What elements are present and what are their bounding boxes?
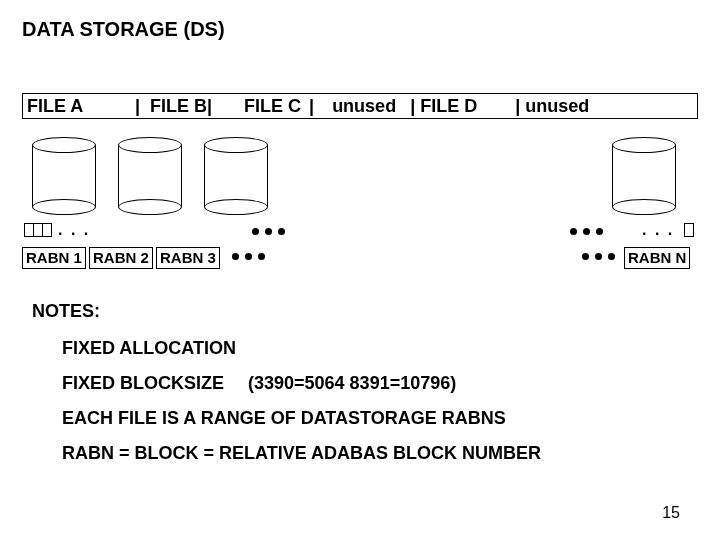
header-unused-1: unused bbox=[318, 94, 400, 118]
note-line: EACH FILE IS A RANGE OF DATASTORAGE RABN… bbox=[62, 408, 698, 429]
rabn-label: RABN 2 bbox=[89, 247, 153, 269]
cylinder-icon bbox=[118, 137, 182, 215]
rabn-row: RABN 1 RABN 2 RABN 3 RABN N bbox=[22, 247, 698, 273]
rabn-label: RABN 1 bbox=[22, 247, 86, 269]
file-header-row: FILE A | FILE B| FILE C | unused | FILE … bbox=[22, 93, 698, 119]
cylinder-icon bbox=[32, 137, 96, 215]
header-sep: | bbox=[305, 94, 318, 118]
ellipsis-icon: . . . bbox=[642, 221, 674, 239]
header-file-d: | FILE D bbox=[400, 94, 481, 118]
header-unused-2: | unused bbox=[481, 94, 593, 118]
rabn-label: RABN N bbox=[624, 247, 690, 269]
page-title: DATA STORAGE (DS) bbox=[22, 18, 698, 41]
ellipsis-icon bbox=[582, 253, 615, 260]
note-line: FIXED ALLOCATION bbox=[62, 338, 698, 359]
note-text: FIXED ALLOCATION bbox=[62, 338, 236, 359]
cylinder-row: . . . . . . bbox=[22, 137, 698, 237]
note-text: (3390=5064 8391=10796) bbox=[248, 373, 456, 394]
ellipsis-icon: . . . bbox=[58, 221, 90, 239]
notes-heading: NOTES: bbox=[32, 301, 698, 322]
note-text: EACH FILE IS A RANGE OF DATASTORAGE RABN… bbox=[62, 408, 506, 429]
ellipsis-icon bbox=[232, 253, 265, 260]
block-boxes bbox=[684, 223, 693, 237]
block-boxes bbox=[24, 223, 51, 237]
page-number: 15 bbox=[662, 504, 680, 522]
note-line: FIXED BLOCKSIZE (3390=5064 8391=10796) bbox=[62, 373, 698, 394]
header-file-c: FILE C bbox=[216, 94, 305, 118]
header-file-a: FILE A bbox=[23, 94, 131, 118]
rabn-label: RABN 3 bbox=[156, 247, 220, 269]
ellipsis-icon bbox=[570, 228, 603, 235]
note-text: FIXED BLOCKSIZE bbox=[62, 373, 224, 394]
ellipsis-icon bbox=[252, 228, 285, 235]
header-file-b: | FILE B| bbox=[131, 94, 216, 118]
cylinder-icon bbox=[204, 137, 268, 215]
cylinder-icon bbox=[612, 137, 676, 215]
note-line: RABN = BLOCK = RELATIVE ADABAS BLOCK NUM… bbox=[62, 443, 698, 464]
note-text: RABN = BLOCK = RELATIVE ADABAS BLOCK NUM… bbox=[62, 443, 541, 464]
